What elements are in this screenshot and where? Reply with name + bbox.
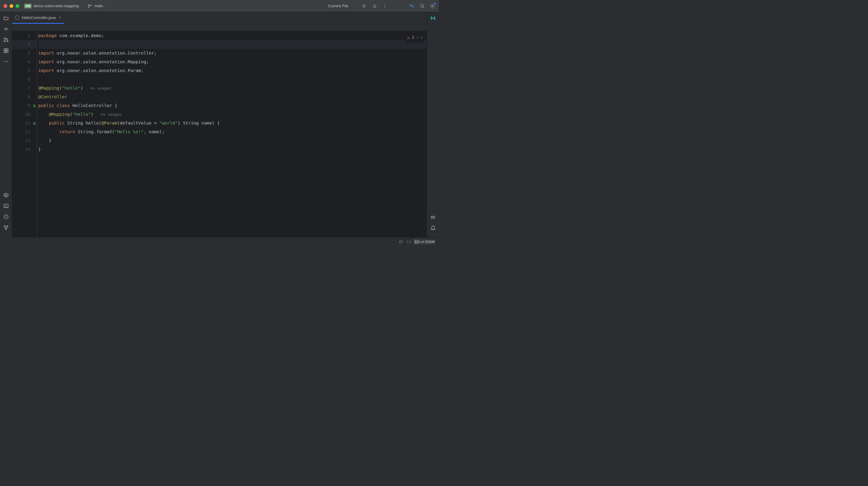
code-content[interactable]: ⚠ 2 ∧ ∨ package com.example.demo; import…: [37, 31, 427, 237]
next-highlight-icon[interactable]: ∨: [421, 33, 423, 42]
problems-tool-icon[interactable]: [2, 213, 10, 220]
search-icon[interactable]: [420, 3, 425, 9]
more-tool-icon[interactable]: [2, 58, 10, 65]
run-gutter-icon[interactable]: R: [33, 101, 36, 110]
code-editor[interactable]: 1 2 3 4 5 6 7 8 9R 10 11R 12 13 14 ⚠ 2: [12, 31, 427, 237]
run-gutter-icon[interactable]: R: [33, 119, 36, 127]
branch-icon: [87, 3, 93, 9]
structure-tool-icon[interactable]: [2, 47, 10, 54]
svg-point-1: [88, 6, 90, 7]
run-icon[interactable]: [362, 3, 367, 9]
editor-tab[interactable]: HelloController.java ×: [12, 12, 64, 24]
svg-point-3: [373, 5, 376, 7]
line-number[interactable]: 4: [12, 58, 37, 66]
project-name[interactable]: demo-solon-web-mapping: [33, 4, 79, 8]
project-badge: DM: [24, 4, 32, 8]
line-number[interactable]: 2: [12, 40, 37, 49]
svg-point-9: [5, 28, 7, 30]
line-number[interactable]: 5: [12, 66, 37, 75]
chevron-down-icon: ⌄: [352, 4, 354, 7]
maximize-window-button[interactable]: [16, 4, 19, 8]
gutter: 1 2 3 4 5 6 7 8 9R 10 11R 12 13 14: [12, 31, 37, 237]
svg-rect-13: [4, 49, 6, 50]
run-config-selector[interactable]: Current File ⌄: [328, 4, 357, 8]
debug-icon[interactable]: [372, 3, 377, 9]
svg-rect-14: [6, 49, 8, 50]
translate-icon[interactable]: [409, 3, 415, 9]
editor-tabs: HelloController.java ×: [12, 12, 427, 24]
maven-tool-icon[interactable]: m: [430, 213, 437, 220]
line-number[interactable]: 8: [12, 93, 37, 101]
branch-dropdown-icon[interactable]: ⌄: [105, 4, 108, 7]
left-tool-sidebar: [0, 12, 12, 237]
svg-point-12: [7, 40, 8, 42]
ai-assistant-icon[interactable]: [430, 14, 437, 22]
run-config-label: Current File: [328, 4, 348, 8]
svg-rect-15: [4, 51, 6, 53]
terminal-tool-icon[interactable]: [2, 202, 10, 210]
svg-point-17: [4, 61, 4, 62]
vcs-tool-icon[interactable]: [2, 224, 10, 231]
more-icon[interactable]: [382, 3, 388, 9]
branch-name[interactable]: main: [94, 4, 103, 8]
svg-point-19: [7, 61, 8, 62]
warning-count: 2: [412, 33, 414, 42]
line-number[interactable]: 1: [12, 31, 37, 40]
close-window-button[interactable]: [4, 4, 7, 8]
line-number[interactable]: 11R: [12, 119, 37, 127]
line-number[interactable]: 13: [12, 136, 37, 145]
project-dropdown-icon[interactable]: ⌄: [82, 4, 85, 7]
status-indexing-icon[interactable]: [399, 240, 403, 244]
close-tab-icon[interactable]: ×: [59, 15, 61, 20]
svg-point-8: [432, 5, 433, 7]
right-tool-sidebar: m: [427, 12, 439, 237]
svg-point-5: [384, 5, 385, 6]
statusbar: 2:1 516 of 3300M: [0, 237, 439, 246]
svg-point-4: [384, 4, 385, 5]
line-number[interactable]: 12: [12, 127, 37, 136]
settings-icon[interactable]: [430, 3, 435, 9]
prev-highlight-icon[interactable]: ∧: [416, 33, 418, 42]
line-number[interactable]: 6: [12, 75, 37, 84]
svg-point-10: [4, 38, 5, 39]
java-class-icon: [15, 16, 19, 20]
svg-rect-16: [6, 51, 8, 53]
warning-icon: ⚠: [407, 33, 410, 42]
memory-text: 516 of 3300M: [414, 239, 435, 244]
svg-point-0: [88, 4, 90, 5]
line-number[interactable]: 14: [12, 145, 37, 154]
svg-point-7: [421, 4, 424, 7]
line-number[interactable]: 3: [12, 49, 37, 58]
tab-file-name: HelloController.java: [22, 16, 56, 20]
project-tool-icon[interactable]: [2, 14, 10, 22]
inspection-widget[interactable]: ⚠ 2 ∧ ∨: [406, 33, 424, 42]
svg-point-18: [5, 61, 6, 62]
pull-request-tool-icon[interactable]: [2, 36, 10, 43]
window-controls: [4, 4, 19, 8]
titlebar: DM demo-solon-web-mapping ⌄ main ⌄ Curre…: [0, 0, 439, 12]
memory-indicator[interactable]: 516 of 3300M: [414, 239, 435, 244]
commit-tool-icon[interactable]: [2, 25, 10, 33]
services-tool-icon[interactable]: [2, 191, 10, 199]
line-number[interactable]: 9R: [12, 101, 37, 110]
breadcrumb-bar: [12, 24, 427, 31]
line-number[interactable]: 7: [12, 84, 37, 93]
minimize-window-button[interactable]: [10, 4, 13, 8]
svg-point-24: [5, 228, 7, 230]
svg-point-22: [4, 225, 5, 227]
cursor-position[interactable]: 2:1: [407, 240, 412, 244]
svg-point-23: [7, 225, 8, 227]
svg-point-11: [4, 40, 5, 42]
notifications-icon[interactable]: [430, 224, 437, 231]
line-number[interactable]: 10: [12, 110, 37, 119]
svg-point-6: [384, 7, 385, 7]
